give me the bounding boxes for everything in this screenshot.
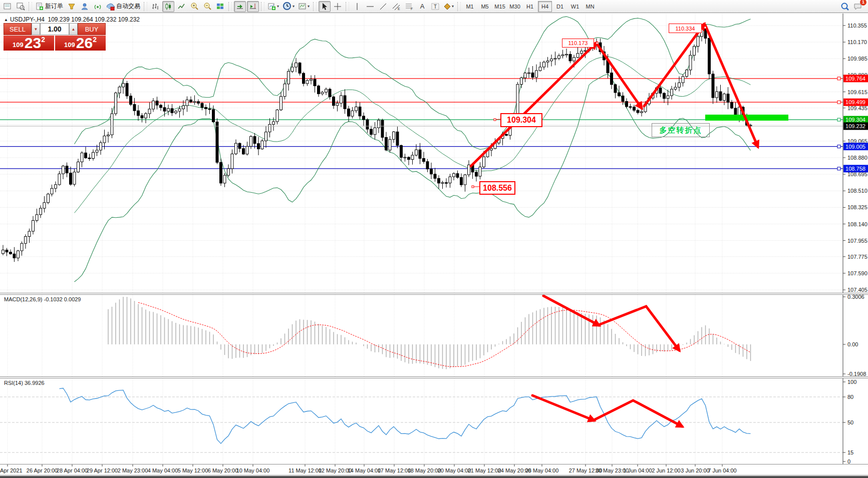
cursor-icon[interactable] [319, 1, 331, 12]
zoom-out-icon[interactable] [201, 1, 213, 12]
chart-candles-icon[interactable] [162, 1, 174, 12]
timeframe-h1[interactable]: H1 [523, 1, 537, 12]
svg-text:17 May 12:00: 17 May 12:00 [378, 467, 411, 473]
svg-text:3 Jun 20:00: 3 Jun 20:00 [681, 467, 710, 473]
vertical-line-icon[interactable] [351, 1, 363, 12]
svg-text:11 May 12:00: 11 May 12:00 [288, 467, 322, 473]
crosshair-icon[interactable] [332, 1, 344, 12]
svg-text:108.325: 108.325 [847, 204, 867, 210]
timeframe-d1[interactable]: D1 [553, 1, 567, 12]
search-icon[interactable] [839, 1, 851, 12]
timeframe-m1[interactable]: M1 [463, 1, 477, 12]
svg-text:109.499: 109.499 [845, 99, 865, 105]
turning-point-note[interactable]: 多空转折点 [652, 123, 710, 137]
svg-text:21 May 12:00: 21 May 12:00 [468, 467, 501, 473]
buy-price-point: 2 [93, 36, 97, 44]
svg-text:T: T [434, 4, 437, 10]
auto-trading-button[interactable]: 自动交易 [105, 1, 142, 12]
svg-text:109.985: 109.985 [847, 56, 867, 62]
price-label-annotation[interactable]: 108.556 [479, 181, 515, 195]
auto-scroll-icon[interactable] [234, 1, 246, 12]
svg-text:15: 15 [847, 449, 853, 455]
market-watch-icon[interactable] [2, 1, 14, 12]
timeframe-m30[interactable]: M30 [508, 1, 522, 12]
fibonacci-icon[interactable]: F [403, 1, 415, 12]
dropdown-caret: ▾ [277, 4, 279, 9]
toolbar-separator [346, 2, 349, 11]
svg-text:107.405: 107.405 [847, 287, 867, 293]
toolbar-separator [313, 2, 317, 11]
svg-text:2 Jun 12:00: 2 Jun 12:00 [652, 467, 681, 473]
buy-button[interactable]: BUY [78, 23, 106, 35]
volume-input[interactable]: 1.00 [40, 23, 69, 35]
svg-text:F: F [411, 7, 413, 11]
volume-down-button[interactable]: ▼ [32, 23, 40, 35]
price-label-annotation[interactable]: 110.334 [669, 24, 702, 33]
community-icon[interactable] [79, 1, 91, 12]
sell-button[interactable]: SELL [4, 23, 32, 35]
svg-text:4 May 04:00: 4 May 04:00 [148, 467, 178, 473]
text-icon[interactable]: A [416, 1, 428, 12]
chart-title: ▲USDJPY-,H4 109.239 109.264 109.232 109.… [4, 16, 140, 23]
svg-text:110.170: 110.170 [847, 39, 867, 45]
svg-text:109.232: 109.232 [845, 123, 865, 129]
svg-text:107.775: 107.775 [847, 254, 867, 260]
sell-price-button[interactable]: 109 23 2 [4, 36, 54, 51]
svg-text:50: 50 [847, 419, 853, 425]
templates-icon[interactable]: ▾ [297, 1, 311, 12]
sell-price-handle: 109 [13, 41, 24, 49]
chart-line-icon[interactable] [175, 1, 187, 12]
notification-badge: 1 [860, 0, 866, 6]
price-label-annotation[interactable]: 109.304 [500, 113, 542, 127]
text-label-icon[interactable]: T [429, 1, 441, 12]
periods-icon[interactable]: ▾ [281, 1, 296, 12]
signals-icon[interactable] [92, 1, 104, 12]
svg-text:108.880: 108.880 [847, 155, 867, 161]
funnel-icon[interactable] [66, 1, 78, 12]
svg-text:28 Apr 04:00: 28 Apr 04:00 [57, 467, 88, 473]
notifications-icon[interactable]: 1 [852, 1, 864, 12]
one-click-trading-panel: SELL ▼ 1.00 ▲ BUY 109 23 2 109 26 2 [4, 23, 106, 51]
svg-text:107.955: 107.955 [847, 238, 867, 244]
svg-text:109.615: 109.615 [847, 89, 867, 95]
svg-text:18 May 20:00: 18 May 20:00 [408, 467, 441, 473]
macd-label: MACD(12,26,9) -0.1032 0.0029 [4, 296, 81, 302]
svg-text:14 May 04:00: 14 May 04:00 [348, 467, 381, 473]
equidistant-channel-icon[interactable]: E [390, 1, 402, 12]
tile-windows-icon[interactable] [214, 1, 226, 12]
timeframe-m15[interactable]: M15 [493, 1, 507, 12]
svg-text:23 Apr 2021: 23 Apr 2021 [0, 467, 23, 473]
new-order-button[interactable]: 新订单 [34, 1, 65, 12]
timeframe-w1[interactable]: W1 [568, 1, 582, 12]
arrows-tool-icon[interactable]: ▾ [442, 1, 455, 12]
svg-text:7 Jun 04:00: 7 Jun 04:00 [708, 467, 737, 473]
trendline-icon[interactable] [377, 1, 389, 12]
svg-text:108.510: 108.510 [847, 188, 867, 194]
chart-shift-icon[interactable] [247, 1, 259, 12]
timeframe-h4[interactable]: H4 [538, 1, 552, 12]
svg-text:12 May 20:00: 12 May 20:00 [319, 467, 352, 473]
chart-bars-icon[interactable] [149, 1, 161, 12]
rsi-label: RSI(14) 36.9926 [4, 380, 45, 386]
timeframe-bar: M1M5M15M30H1H4D1W1MN [462, 1, 598, 12]
timeframe-m5[interactable]: M5 [478, 1, 492, 12]
add-indicator-icon[interactable]: ▾ [266, 1, 280, 12]
buy-price-pips: 26 [76, 36, 93, 50]
toolbar-separator [228, 2, 232, 11]
svg-text:0.00: 0.00 [847, 341, 858, 347]
timeframe-mn[interactable]: MN [583, 1, 597, 12]
collapse-icon[interactable]: ▲ [4, 18, 8, 22]
svg-text:110.355: 110.355 [847, 23, 867, 29]
time-axis[interactable]: 23 Apr 202126 Apr 20:0028 Apr 04:0029 Ap… [0, 464, 868, 478]
price-label-annotation[interactable]: 110.173 [562, 39, 594, 48]
svg-text:E: E [398, 7, 400, 11]
horizontal-line-icon[interactable] [364, 1, 376, 12]
data-window-icon[interactable] [15, 1, 27, 12]
zoom-in-icon[interactable] [188, 1, 200, 12]
svg-text:20 May 04:00: 20 May 04:00 [438, 467, 471, 473]
svg-text:109.304: 109.304 [845, 117, 865, 123]
buy-price-button[interactable]: 109 26 2 [55, 36, 106, 51]
volume-up-button[interactable]: ▲ [69, 23, 78, 35]
toolbar-separator [29, 2, 32, 11]
svg-text:10 May 04:00: 10 May 04:00 [236, 467, 270, 473]
